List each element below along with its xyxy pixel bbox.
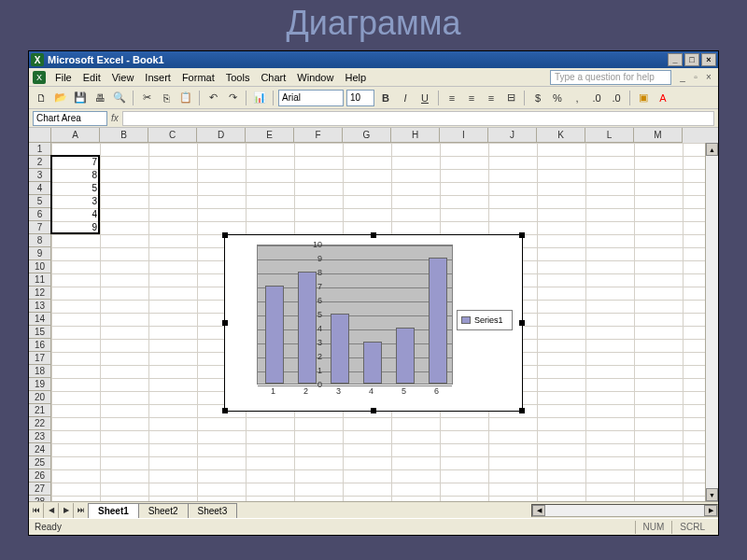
scroll-left-icon[interactable]: ◀ <box>532 505 545 516</box>
chart-legend[interactable]: Series1 <box>457 310 513 330</box>
row-header[interactable]: 11 <box>29 273 51 287</box>
redo-icon[interactable]: ↷ <box>224 90 241 106</box>
doc-restore-button[interactable]: ▫ <box>690 72 701 83</box>
menu-insert[interactable]: Insert <box>139 70 176 85</box>
row-header[interactable]: 5 <box>29 195 51 208</box>
close-button[interactable]: × <box>701 53 716 66</box>
align-left-icon[interactable]: ≡ <box>444 90 460 106</box>
formula-input[interactable] <box>122 111 714 126</box>
cell-A2[interactable]: 7 <box>51 156 100 169</box>
row-header[interactable]: 14 <box>29 313 51 326</box>
row-header[interactable]: 13 <box>29 300 51 313</box>
cell-A5[interactable]: 3 <box>51 195 100 208</box>
menu-file[interactable]: File <box>49 70 78 85</box>
font-name-select[interactable]: Arial <box>278 90 344 106</box>
percent-icon[interactable]: % <box>549 90 566 106</box>
row-header[interactable]: 7 <box>29 221 51 234</box>
resize-handle[interactable] <box>222 408 228 413</box>
chart-bar[interactable] <box>265 286 284 384</box>
menu-view[interactable]: View <box>106 70 140 85</box>
fx-icon[interactable]: fx <box>111 113 119 123</box>
row-header[interactable]: 20 <box>29 391 51 404</box>
menu-chart[interactable]: Chart <box>255 70 291 85</box>
sheet-tab-sheet1[interactable]: Sheet1 <box>88 503 139 518</box>
comma-icon[interactable]: , <box>569 90 585 106</box>
resize-handle[interactable] <box>222 320 228 326</box>
row-header[interactable]: 4 <box>29 182 51 195</box>
tab-next-icon[interactable]: ▶ <box>59 503 74 518</box>
row-header[interactable]: 28 <box>29 496 51 501</box>
column-header[interactable]: L <box>585 128 634 143</box>
row-header[interactable]: 1 <box>29 143 51 156</box>
sheet-tab-sheet3[interactable]: Sheet3 <box>188 503 238 518</box>
resize-handle[interactable] <box>222 232 228 238</box>
row-header[interactable]: 6 <box>29 208 51 221</box>
column-header[interactable]: J <box>488 128 537 143</box>
chart-bar[interactable] <box>331 314 349 384</box>
row-header[interactable]: 18 <box>29 365 51 378</box>
column-header[interactable]: C <box>148 128 197 143</box>
row-header[interactable]: 9 <box>29 247 51 260</box>
paste-icon[interactable]: 📋 <box>177 90 194 106</box>
row-header[interactable]: 16 <box>29 339 51 352</box>
row-header[interactable]: 8 <box>29 234 51 247</box>
row-header[interactable]: 3 <box>29 169 51 182</box>
column-header[interactable]: F <box>294 128 343 143</box>
chart-bar[interactable] <box>363 342 382 384</box>
cell-A3[interactable]: 8 <box>51 169 100 182</box>
column-header[interactable]: K <box>537 128 585 143</box>
row-header[interactable]: 23 <box>29 430 51 443</box>
row-header[interactable]: 10 <box>29 260 51 273</box>
vertical-scrollbar[interactable]: ▲ ▼ <box>705 143 718 501</box>
preview-icon[interactable]: 🔍 <box>111 90 128 106</box>
cell-A6[interactable]: 4 <box>51 208 100 221</box>
print-icon[interactable]: 🖶 <box>92 90 108 106</box>
help-search-input[interactable]: Type a question for help <box>550 70 671 85</box>
name-box[interactable]: Chart Area <box>33 111 107 126</box>
menu-tools[interactable]: Tools <box>220 70 256 85</box>
row-header[interactable]: 24 <box>29 443 51 456</box>
row-header[interactable]: 22 <box>29 417 51 430</box>
select-all-corner[interactable] <box>29 128 51 143</box>
menu-format[interactable]: Format <box>176 70 220 85</box>
currency-icon[interactable]: $ <box>529 90 546 106</box>
row-header[interactable]: 27 <box>29 483 51 496</box>
sheet-tab-sheet2[interactable]: Sheet2 <box>138 503 189 518</box>
save-icon[interactable]: 💾 <box>72 90 89 106</box>
tab-first-icon[interactable]: ⏮ <box>29 503 44 518</box>
chart-wizard-icon[interactable]: 📊 <box>251 90 268 106</box>
scroll-down-icon[interactable]: ▼ <box>706 488 718 501</box>
align-center-icon[interactable]: ≡ <box>463 90 480 106</box>
font-size-select[interactable]: 10 <box>346 90 374 106</box>
row-header[interactable]: 2 <box>29 156 51 169</box>
merge-icon[interactable]: ⊟ <box>502 90 519 106</box>
menu-edit[interactable]: Edit <box>78 70 106 85</box>
column-header[interactable]: I <box>440 128 488 143</box>
open-icon[interactable]: 📂 <box>52 90 69 106</box>
row-header[interactable]: 15 <box>29 326 51 339</box>
row-header[interactable]: 25 <box>29 456 51 469</box>
embedded-chart[interactable]: Series1 012345678910123456 <box>224 234 523 412</box>
horizontal-scrollbar[interactable]: ◀ ▶ <box>531 504 718 517</box>
column-header[interactable]: E <box>246 128 294 143</box>
fill-color-icon[interactable]: ▣ <box>635 90 652 106</box>
menu-help[interactable]: Help <box>339 70 372 85</box>
bold-icon[interactable]: B <box>377 90 394 106</box>
resize-handle[interactable] <box>519 232 525 238</box>
tab-last-icon[interactable]: ⏭ <box>74 503 89 518</box>
increase-decimal-icon[interactable]: .0 <box>588 90 605 106</box>
row-header[interactable]: 17 <box>29 352 51 365</box>
doc-minimize-button[interactable]: _ <box>677 72 688 83</box>
menu-window[interactable]: Window <box>291 70 339 85</box>
chart-bar[interactable] <box>396 328 415 384</box>
resize-handle[interactable] <box>519 408 525 413</box>
resize-handle[interactable] <box>371 232 376 238</box>
minimize-button[interactable]: _ <box>668 53 683 66</box>
resize-handle[interactable] <box>371 408 376 413</box>
row-header[interactable]: 26 <box>29 469 51 483</box>
underline-icon[interactable]: U <box>416 90 433 106</box>
chart-bar[interactable] <box>429 258 447 384</box>
undo-icon[interactable]: ↶ <box>204 90 221 106</box>
column-header[interactable]: B <box>100 128 148 143</box>
column-header[interactable]: A <box>51 128 100 143</box>
